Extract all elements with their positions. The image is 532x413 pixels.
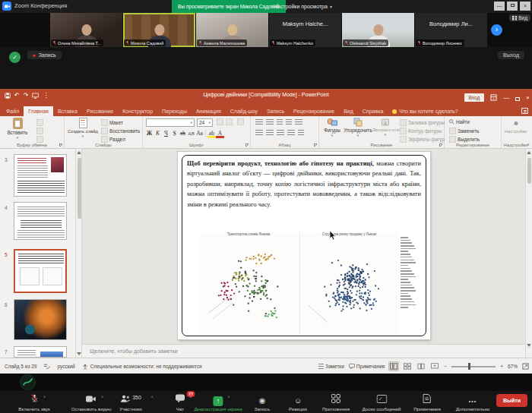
tab-view[interactable]: Вид [339, 106, 358, 116]
find-button[interactable]: Найти [449, 119, 470, 125]
underline-button[interactable]: Ч [162, 129, 170, 137]
reading-view-button[interactable] [416, 362, 426, 370]
format-painter-icon[interactable] [36, 136, 43, 143]
collapse-ribbon-icon[interactable]: ∧ [527, 142, 530, 147]
scroll-up-icon[interactable] [527, 151, 531, 154]
minimize-button[interactable]: — [494, 2, 505, 11]
chevron-up-icon[interactable]: ∧ [189, 395, 192, 399]
align-center-icon[interactable] [266, 130, 274, 137]
participant-tile[interactable]: Володимир Ли... Володимир Лисенко [415, 13, 487, 47]
slide[interactable]: Щоб перевірити продукт, технологію або г… [178, 152, 430, 339]
arrange-button[interactable]: Упорядочить ▾ [344, 118, 372, 137]
shapes-button[interactable]: Фигуры ▾ [321, 118, 344, 137]
italic-button[interactable]: К [154, 129, 162, 137]
participant-tile[interactable]: Олена Михайлівна Т... [50, 13, 122, 47]
exit-fullscreen-button[interactable]: Выход [498, 51, 524, 59]
close-button[interactable]: × [520, 2, 530, 11]
minimize-button[interactable]: — [503, 94, 509, 101]
view-settings-menu[interactable]: Настройки просмотра▾ [274, 0, 332, 13]
quick-styles-button[interactable]: Экспресс-стили ▾ [372, 118, 398, 137]
sign-in-button[interactable]: Вход [464, 93, 485, 102]
strikethrough-button[interactable]: ab [179, 129, 187, 137]
text-highlight-button[interactable]: ab [207, 131, 216, 138]
toolbar-share-screen[interactable]: ↑∧ Демонстрация экрана [194, 393, 242, 411]
replace-button[interactable]: Заменить [449, 128, 479, 134]
align-left-icon[interactable] [255, 130, 263, 137]
thumbnail-panel-scrollbar[interactable] [76, 149, 82, 358]
decrease-indent-icon[interactable] [277, 119, 283, 126]
character-spacing-button[interactable]: АВ [187, 130, 195, 138]
bullets-icon[interactable] [255, 119, 263, 126]
participant-tile[interactable]: Maksym Halche... Maksym Halchenko [269, 13, 341, 47]
tab-home[interactable]: Главная [24, 106, 53, 116]
tab-help[interactable]: Справка [358, 106, 388, 116]
justify-icon[interactable] [287, 130, 295, 137]
chevron-up-icon[interactable]: ∧ [151, 395, 154, 399]
toolbar-participants[interactable]: 350∧ Участники [119, 393, 142, 411]
layout-button[interactable]: Макет [101, 119, 123, 126]
reset-button[interactable]: Восстановить [101, 128, 140, 134]
columns-icon[interactable] [298, 130, 304, 137]
chevron-up-icon[interactable]: ∧ [43, 395, 46, 399]
tab-transitions[interactable]: Переходы [157, 106, 192, 116]
zoom-percentage[interactable]: 67% [508, 364, 518, 369]
slide-text[interactable]: Щоб перевірити продукт, технологію або г… [187, 159, 421, 210]
close-button[interactable]: × [526, 94, 530, 101]
toolbar-chat[interactable]: 77∧ Чат [176, 393, 185, 411]
canvas-scrollbar[interactable] [525, 149, 532, 358]
toolbar-apps[interactable]: Приложения [322, 393, 350, 411]
next-page-button[interactable]: › [491, 24, 502, 36]
chevron-up-icon[interactable]: ∧ [101, 395, 103, 399]
notes-toggle[interactable]: Заметки [318, 364, 344, 369]
tab-insert[interactable]: Вставка [53, 106, 82, 116]
toolbar-more[interactable]: ••• Дополнительно [456, 393, 490, 411]
slide-thumbnail-3[interactable] [14, 154, 67, 197]
tab-animations[interactable]: Анимация [192, 106, 226, 116]
zoom-slider-thumb[interactable] [468, 363, 470, 370]
numbering-icon[interactable] [266, 119, 274, 126]
scroll-down-icon[interactable] [77, 352, 81, 355]
tab-design[interactable]: Конструктор [118, 106, 157, 116]
toolbar-stop-video[interactable]: ∧ Остановить видео [71, 393, 112, 411]
section-button[interactable]: Раздел [101, 136, 125, 143]
tell-me-box[interactable]: Что вы хотите сделать? [388, 106, 462, 116]
addin-settings-button[interactable]: Настройки [502, 129, 530, 134]
notes-pane[interactable]: Щелкните, чтобы добавить заметки [82, 344, 525, 358]
language-indicator[interactable]: русский [57, 364, 74, 369]
comments-toggle[interactable]: Примечания [349, 364, 385, 369]
leave-meeting-button[interactable]: Выйти [496, 394, 527, 407]
tab-file[interactable]: Файл [2, 106, 24, 116]
shape-effects-button[interactable]: Эффекты фигур [400, 136, 445, 143]
zoom-out-button[interactable]: − [444, 364, 447, 369]
maximize-button[interactable] [507, 2, 518, 11]
slide-sorter-view-button[interactable] [403, 362, 412, 370]
tab-draw[interactable]: Рисование [82, 106, 118, 116]
slide-thumbnail-5-selected[interactable] [14, 249, 67, 293]
toolbar-reactions[interactable]: ☺ Реакции [289, 393, 307, 411]
font-name-combobox[interactable]: ▾ [146, 118, 195, 127]
fit-slide-icon[interactable] [522, 363, 529, 370]
dialog-launcher-icon[interactable] [314, 143, 317, 147]
font-size-combobox[interactable]: 24▾ [197, 118, 213, 127]
restore-button[interactable] [515, 90, 520, 104]
annotation-tool-bubble[interactable] [20, 374, 36, 390]
shrink-font-icon[interactable] [226, 118, 233, 125]
ribbon-display-options-icon[interactable] [490, 94, 497, 101]
scroll-down-icon[interactable] [527, 344, 531, 347]
chevron-up-icon[interactable]: ∧ [227, 395, 230, 399]
slide-thumbnail-7[interactable] [14, 346, 67, 358]
change-case-button[interactable]: Аа [195, 129, 204, 137]
clear-formatting-icon[interactable] [237, 118, 244, 125]
share-feedback-icon[interactable] [521, 108, 528, 114]
new-slide-button[interactable]: Создать слайд ▾ [68, 118, 98, 138]
shape-outline-button[interactable]: Контур фигуры [400, 128, 442, 134]
view-button[interactable]: Вид [509, 14, 530, 21]
bold-button[interactable]: Ж [145, 129, 154, 137]
recording-indicator[interactable]: ■Запись [27, 51, 62, 59]
zoom-slider[interactable] [451, 366, 496, 367]
line-spacing-icon[interactable] [295, 119, 302, 126]
zoom-in-button[interactable]: + [500, 364, 503, 369]
slideshow-view-button[interactable] [430, 362, 439, 370]
normal-view-button[interactable] [389, 362, 398, 370]
cut-icon[interactable] [36, 119, 43, 126]
